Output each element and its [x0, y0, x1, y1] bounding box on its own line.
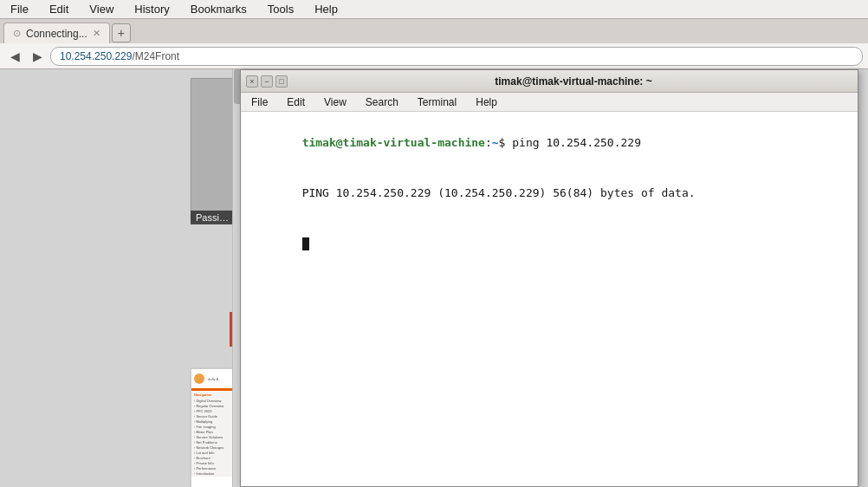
terminal-menu-help[interactable]: Help	[472, 94, 501, 110]
terminal-line-1: timak@timak-virtual-machine:~$ ping 10.2…	[248, 117, 851, 168]
menu-help[interactable]: Help	[311, 1, 341, 17]
terminal-menu-file[interactable]: File	[248, 94, 271, 110]
terminal-command-1: ping 10.254.250.229	[512, 136, 641, 149]
terminal-menubar: File Edit View Search Terminal Help	[241, 93, 858, 112]
terminal-menu-edit[interactable]: Edit	[283, 94, 308, 110]
terminal-minimize-button[interactable]: −	[261, 75, 273, 88]
url-host: 10.254.250.229	[60, 50, 132, 62]
terminal-body[interactable]: timak@timak-virtual-machine:~$ ping 10.2…	[241, 112, 858, 486]
terminal-cursor	[302, 237, 309, 250]
menu-bookmarks[interactable]: Bookmarks	[187, 1, 250, 17]
menu-tools[interactable]: Tools	[264, 1, 297, 17]
terminal-line-3	[248, 218, 851, 269]
scroll-accent	[230, 312, 232, 347]
thumbnail-card-1[interactable]	[191, 78, 238, 221]
terminal-output-1: PING 10.254.250.229 (10.254.250.229) 56(…	[302, 186, 696, 199]
menu-view[interactable]: View	[86, 1, 117, 17]
tab-bar: ⊙ Connecting... ✕ +	[0, 19, 868, 43]
terminal-line-2: PING 10.254.250.229 (10.254.250.229) 56(…	[248, 168, 851, 219]
menu-file[interactable]: File	[7, 1, 32, 17]
terminal-title: timak@timak-virtual-machine: ~	[295, 75, 852, 88]
nav-bar: ◀ ▶ 10.254.250.229/M24Front	[0, 43, 868, 69]
terminal-titlebar: × − □ timak@timak-virtual-machine: ~	[241, 70, 858, 93]
menu-history[interactable]: History	[131, 1, 172, 17]
browser-menubar: File Edit View History Bookmarks Tools H…	[0, 0, 868, 19]
forward-button[interactable]: ▶	[28, 47, 47, 66]
browser-content: Passion ( duffy A... Navigation › Digita…	[0, 69, 868, 487]
url-path: /M24Front	[132, 50, 179, 62]
terminal-wm-buttons: × − □	[246, 75, 288, 88]
new-tab-button[interactable]: +	[112, 23, 131, 42]
terminal-maximize-button[interactable]: □	[275, 75, 288, 88]
tab-close-icon[interactable]: ✕	[93, 28, 100, 39]
active-tab[interactable]: ⊙ Connecting... ✕	[3, 23, 110, 43]
tab-loading-icon: ⊙	[13, 28, 21, 39]
terminal-menu-view[interactable]: View	[321, 94, 350, 110]
tab-title: Connecting...	[26, 28, 87, 40]
terminal-window: × − □ timak@timak-virtual-machine: ~ Fil…	[240, 69, 858, 487]
menu-edit[interactable]: Edit	[46, 1, 72, 17]
back-button[interactable]: ◀	[5, 47, 24, 66]
terminal-close-button[interactable]: ×	[246, 75, 258, 88]
address-bar[interactable]: 10.254.250.229/M24Front	[50, 47, 863, 66]
terminal-user: timak@timak-virtual-machine	[302, 136, 485, 149]
terminal-menu-search[interactable]: Search	[362, 94, 402, 110]
terminal-menu-terminal[interactable]: Terminal	[414, 94, 460, 110]
page-area: Passion ( duffy A... Navigation › Digita…	[0, 69, 243, 487]
